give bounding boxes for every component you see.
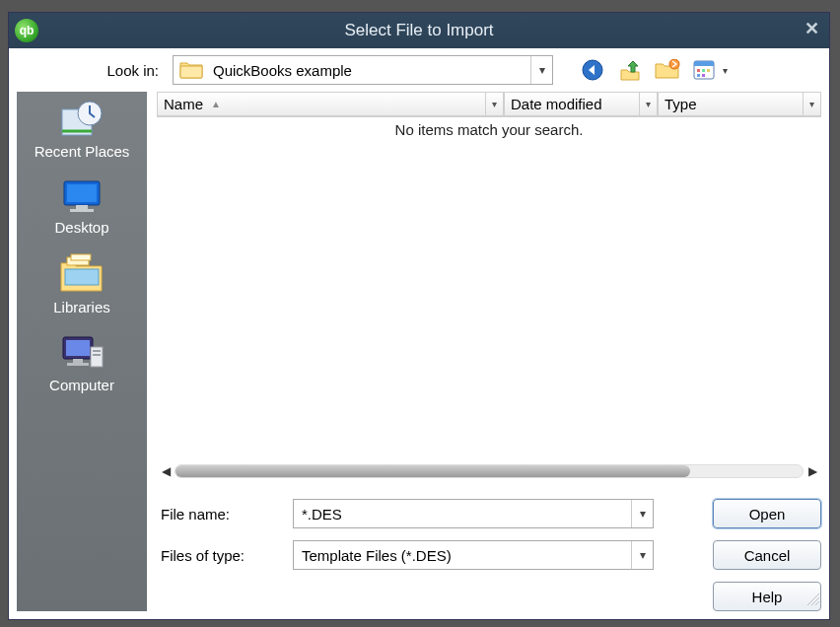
cancel-button[interactable]: Cancel [713, 540, 821, 570]
svg-rect-6 [707, 69, 710, 72]
places-desktop-label: Desktop [54, 219, 108, 236]
scroll-right-button[interactable]: ▶ [804, 462, 821, 480]
file-import-dialog: qb Select File to Import ✕ Look in: Quic… [8, 12, 830, 620]
horizontal-scrollbar[interactable]: ◀ ▶ [157, 461, 821, 481]
svg-rect-23 [93, 350, 101, 352]
resize-grip-icon[interactable] [805, 592, 821, 607]
column-headers: Name ▲ ▾ Date modified ▾ Type ▾ [157, 92, 821, 117]
look-in-value: QuickBooks example [211, 62, 530, 79]
file-type-value: Template Files (*.DES) [294, 547, 631, 564]
new-folder-button[interactable] [654, 56, 681, 84]
places-recent[interactable]: Recent Places [23, 96, 141, 164]
places-libraries[interactable]: Libraries [23, 249, 141, 319]
svg-rect-17 [71, 254, 91, 260]
svg-rect-20 [73, 359, 83, 363]
file-type-combo[interactable]: Template Files (*.DES) ▾ [293, 540, 654, 570]
svg-rect-15 [65, 269, 99, 285]
places-bar: Recent Places Desktop [17, 92, 147, 611]
svg-rect-5 [702, 69, 705, 72]
empty-listing-message: No items match your search. [157, 121, 821, 138]
file-name-combo[interactable]: ▾ [293, 499, 654, 528]
file-name-label: File name: [157, 506, 293, 522]
scroll-track[interactable] [175, 464, 804, 478]
places-libraries-label: Libraries [53, 299, 110, 315]
file-type-dropdown-arrow[interactable]: ▾ [631, 541, 653, 569]
sort-ascending-icon: ▲ [211, 99, 221, 109]
places-desktop[interactable]: Desktop [23, 174, 141, 240]
column-type[interactable]: Type ▾ [658, 92, 821, 116]
svg-rect-12 [67, 184, 97, 202]
svg-rect-3 [694, 61, 714, 66]
column-type-dropdown[interactable]: ▾ [803, 93, 820, 115]
look-in-combo[interactable]: QuickBooks example ▾ [173, 55, 553, 85]
svg-rect-14 [70, 209, 94, 212]
folder-icon [179, 59, 205, 81]
views-dropdown-arrow[interactable]: ▾ [723, 65, 733, 76]
back-button[interactable] [579, 56, 606, 84]
file-listing[interactable]: No items match your search. [157, 117, 821, 461]
file-name-dropdown-arrow[interactable]: ▾ [631, 500, 653, 527]
column-name-dropdown[interactable]: ▾ [485, 93, 503, 115]
open-button[interactable]: Open [713, 499, 821, 528]
dialog-title: Select File to Import [9, 21, 829, 40]
places-computer[interactable]: Computer [23, 329, 141, 397]
svg-rect-4 [697, 69, 700, 72]
views-button[interactable] [691, 56, 719, 84]
column-name[interactable]: Name ▲ ▾ [157, 92, 504, 116]
scroll-left-button[interactable]: ◀ [157, 462, 175, 480]
svg-rect-19 [66, 340, 90, 356]
svg-rect-8 [702, 74, 705, 77]
column-date-modified[interactable]: Date modified ▾ [504, 92, 658, 116]
svg-rect-24 [93, 354, 101, 356]
places-recent-label: Recent Places [35, 143, 130, 160]
svg-rect-13 [76, 205, 88, 209]
svg-rect-7 [697, 74, 700, 77]
file-type-label: Files of type: [157, 547, 293, 564]
close-button[interactable]: ✕ [805, 18, 819, 39]
svg-point-1 [669, 59, 679, 69]
up-one-level-button[interactable] [616, 56, 644, 84]
titlebar: qb Select File to Import ✕ [9, 13, 829, 48]
look-in-dropdown-arrow[interactable]: ▾ [530, 56, 552, 84]
file-name-input[interactable] [294, 506, 631, 522]
look-in-label: Look in: [76, 62, 165, 79]
column-date-dropdown[interactable]: ▾ [639, 93, 657, 115]
scroll-thumb[interactable] [175, 465, 690, 477]
svg-rect-21 [67, 363, 89, 366]
places-computer-label: Computer [49, 377, 114, 393]
